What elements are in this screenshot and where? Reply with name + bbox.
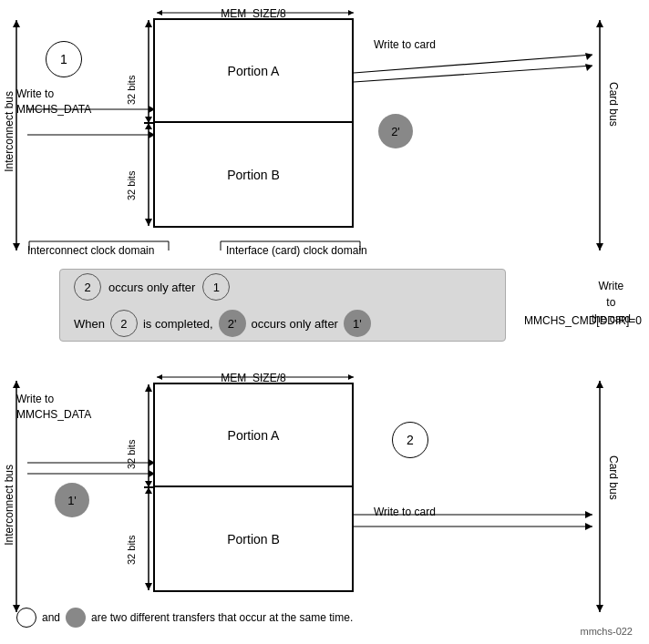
svg-marker-44 — [596, 605, 603, 612]
is-completed-text: is completed, — [143, 317, 213, 331]
occurs-after-text2: occurs only after — [252, 317, 338, 331]
interconnect-clock-label: Interconnect clock domain — [27, 244, 154, 257]
circle-2-bottom: 2 — [392, 422, 428, 458]
card-bus-label-top: Card bus — [607, 82, 620, 127]
svg-marker-7 — [145, 117, 152, 123]
legend-and: and — [42, 611, 60, 624]
svg-line-20 — [354, 55, 592, 73]
bits-label-top-a: 32 bits — [126, 50, 137, 105]
svg-marker-37 — [145, 481, 152, 487]
diagram-container: MEM_SIZE/8 Portion A Portion B 32 bits 3… — [0, 0, 649, 644]
legend-circle-empty — [16, 608, 36, 628]
middle-box: 2 occurs only after 1 When 2 is complete… — [59, 269, 506, 342]
portion-a-bottom: Portion A — [155, 384, 352, 487]
circle-1-mid: 1 — [202, 273, 230, 301]
portion-b-top: Portion B — [155, 123, 352, 226]
interface-clock-label: Interface (card) clock domain — [226, 244, 367, 257]
circle-2prime-mid: 2' — [219, 310, 246, 337]
circle-1prime-bottom: 1' — [55, 483, 89, 517]
svg-marker-10 — [13, 20, 20, 27]
svg-marker-5 — [145, 20, 152, 27]
middle-box-row1: 2 occurs only after 1 — [74, 273, 491, 301]
portion-a-top: Portion A — [155, 20, 352, 123]
svg-marker-23 — [585, 64, 592, 71]
circle-1-top: 1 — [46, 41, 82, 77]
svg-marker-38 — [145, 487, 152, 494]
ref-label: mmchs-022 — [581, 626, 633, 637]
circle-2-mid: 2 — [74, 273, 101, 301]
svg-marker-35 — [145, 384, 152, 392]
interconnect-bus-label-top: Interconnect bus — [3, 91, 15, 172]
bits-label-bottom-b: 32 bits — [126, 510, 137, 565]
portion-b-bottom: Portion B — [155, 487, 352, 590]
svg-marker-34 — [145, 583, 152, 590]
svg-marker-8 — [145, 123, 152, 129]
svg-marker-52 — [585, 523, 592, 530]
legend-text: are two different transfers that occur a… — [91, 611, 353, 624]
main-box-bottom: Portion A Portion B — [153, 383, 354, 592]
svg-line-22 — [354, 66, 592, 82]
middle-box-row2: When 2 is completed, 2' occurs only afte… — [74, 310, 491, 337]
circle-2-mid2: 2 — [110, 310, 138, 337]
svg-marker-40 — [13, 381, 20, 388]
interconnect-bus-label-bottom: Interconnect bus — [3, 465, 15, 546]
legend-circle-dark — [66, 608, 86, 628]
main-box-top: Portion A Portion B — [153, 18, 354, 228]
svg-marker-13 — [596, 20, 603, 27]
bits-label-top-b: 32 bits — [126, 146, 137, 200]
svg-marker-43 — [596, 381, 603, 388]
write-card-bottom: Write to card — [374, 506, 436, 518]
write-card-top: Write to card — [374, 38, 436, 51]
svg-marker-21 — [585, 53, 592, 60]
circle-1prime-mid: 1' — [344, 310, 371, 337]
svg-marker-14 — [596, 243, 603, 250]
circle-2prime-top: 2' — [378, 114, 413, 148]
legend: and are two different transfers that occ… — [16, 608, 353, 628]
svg-marker-11 — [13, 243, 20, 250]
card-bus-label-bottom: Card bus — [607, 455, 620, 500]
svg-marker-4 — [145, 219, 152, 226]
write-mmchs-bottom: Write to MMCHS_DATA — [16, 392, 91, 423]
occurs-after-text: occurs only after — [108, 281, 195, 294]
write-mmchs-top: Write to MMCHS_DATA — [16, 87, 91, 118]
svg-marker-50 — [585, 511, 592, 518]
when-text: When — [74, 317, 105, 331]
bits-label-bottom-a: 32 bits — [126, 414, 137, 469]
mmchs-cmd-label: MMCHS_CMD[DDIR]=0 — [524, 314, 642, 327]
